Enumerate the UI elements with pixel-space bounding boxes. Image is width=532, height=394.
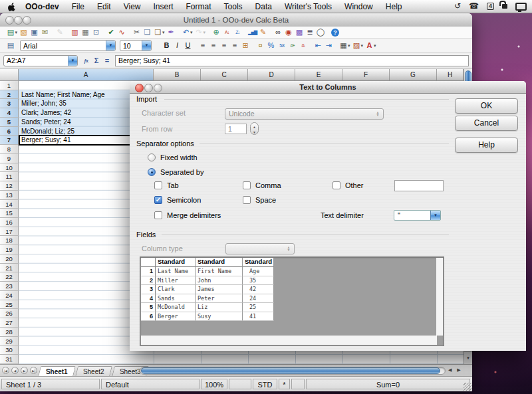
align-center-icon[interactable]: ≡ [209, 41, 218, 50]
cell-A5[interactable]: Sands; Peter; 24 [21, 118, 71, 127]
status-empty[interactable] [291, 379, 305, 389]
displays-icon[interactable] [515, 3, 527, 11]
row-header-3[interactable]: 3 [0, 99, 19, 108]
font-color-dropdown-icon[interactable]: ▾ [374, 43, 376, 49]
row-header-20[interactable]: 20 [0, 254, 19, 264]
status-sum[interactable]: Sum=0 [306, 379, 470, 389]
row-header-25[interactable]: 25 [0, 300, 19, 310]
copy-icon[interactable]: ❏ [143, 28, 152, 37]
cell-A6[interactable]: McDonald; Liz; 25 [21, 127, 74, 136]
font-size-dropdown-icon[interactable]: ▼ [142, 41, 151, 50]
apple-menu[interactable] [8, 2, 16, 11]
menu-data[interactable]: Data [255, 2, 272, 11]
minimize-window-button[interactable] [14, 16, 23, 25]
show-draw-functions-icon[interactable]: ✎ [259, 28, 267, 37]
status-selection-mode[interactable]: STD [253, 379, 277, 389]
font-color-icon[interactable]: A▾ [365, 41, 376, 50]
text-delimiter-dropdown-icon[interactable]: ▼ [430, 211, 440, 220]
cell-A4[interactable]: Clark; James; 42 [21, 108, 71, 118]
hyperlink-icon[interactable]: ⊕ [212, 28, 221, 37]
column-header-E[interactable]: E [295, 69, 342, 81]
row-header-7[interactable]: 7 [0, 136, 19, 145]
row-header-23[interactable]: 23 [0, 282, 19, 291]
column-header-H[interactable]: H [437, 69, 464, 81]
menu-edit[interactable]: Edit [97, 2, 111, 11]
cancel-button[interactable]: Cancel [455, 116, 518, 131]
row-header-2[interactable]: 2 [0, 90, 19, 100]
print-icon[interactable]: ▦ [81, 28, 90, 37]
name-box-dropdown-icon[interactable]: ▼ [68, 56, 77, 66]
menu-writer-s-tools[interactable]: Writer's Tools [285, 2, 332, 11]
row-header-29[interactable]: 29 [0, 337, 19, 346]
add-decimal-place-icon[interactable]: .0+ [288, 41, 297, 50]
document-as-email-icon[interactable]: ✉ [41, 28, 49, 37]
redo-icon[interactable]: ↷▾ [195, 28, 206, 37]
close-window-button[interactable] [5, 16, 14, 25]
row-header-16[interactable]: 16 [0, 218, 19, 227]
column-header-A[interactable]: A [19, 69, 154, 81]
font-name-dropdown-icon[interactable]: ▼ [106, 41, 115, 50]
help-icon[interactable]: ? [331, 29, 339, 37]
select-all-corner[interactable] [0, 69, 19, 81]
sum-icon[interactable]: Σ [92, 56, 101, 65]
status-insert-mode[interactable] [229, 379, 251, 389]
time-machine-icon[interactable]: ↺ [454, 0, 461, 13]
last-sheet-button[interactable]: ▶| [30, 367, 37, 374]
auto-spellcheck-icon[interactable]: ∿ [118, 28, 126, 37]
tab-checkbox[interactable]: ✓ [154, 181, 162, 189]
align-right-icon[interactable]: ≡ [220, 41, 229, 50]
styles-window-icon[interactable]: ▤ [7, 41, 15, 50]
row-header-10[interactable]: 10 [0, 163, 19, 173]
dialog-close-button[interactable] [135, 84, 144, 92]
number-format-currency-icon[interactable]: ¤ [256, 41, 265, 50]
row-header-27[interactable]: 27 [0, 318, 19, 328]
row-header-19[interactable]: 19 [0, 245, 19, 254]
next-sheet-button[interactable]: ▶ [21, 367, 28, 374]
row-header-31[interactable]: 31 [0, 355, 19, 364]
first-sheet-button[interactable]: |◀ [2, 367, 9, 374]
comma-checkbox[interactable]: ✓ [243, 181, 251, 189]
name-box[interactable]: A2:A7 ▼ [3, 55, 78, 66]
redo-dropdown-icon[interactable]: ▾ [203, 30, 206, 35]
menu-insert[interactable]: Insert [154, 2, 174, 11]
horizontal-scrollbar-thumb[interactable] [141, 367, 440, 374]
row-header-15[interactable]: 15 [0, 209, 19, 218]
new-document-icon[interactable]: ▤▾ [7, 28, 18, 37]
function-wizard-icon[interactable]: ƒx [82, 56, 90, 65]
column-header-B[interactable]: B [154, 69, 201, 81]
ok-button[interactable]: OK [455, 98, 518, 114]
row-header-4[interactable]: 4 [0, 108, 19, 118]
dialog-title-bar[interactable]: Text to Columns [130, 81, 526, 94]
row-header-26[interactable]: 26 [0, 309, 19, 318]
row-header-13[interactable]: 13 [0, 191, 19, 200]
data-sources-icon[interactable]: ≣ [306, 28, 315, 37]
align-left-icon[interactable]: ≡ [199, 41, 207, 50]
row-header-22[interactable]: 22 [0, 272, 19, 282]
window-title-bar[interactable]: Untitled 1 - OOo-dev Calc Beta [0, 13, 472, 27]
other-checkbox[interactable]: ✓ [332, 181, 340, 189]
merge-delimiters-checkbox[interactable]: ✓ [154, 211, 162, 219]
number-format-standard-icon[interactable]: 5.8 [277, 41, 286, 50]
status-modified-flag[interactable]: * [279, 379, 290, 389]
spellcheck-icon[interactable]: ✔ [107, 28, 116, 37]
preview-column-header-1[interactable]: Standard [156, 258, 196, 267]
other-separator-input[interactable] [394, 180, 444, 191]
previous-sheet-button[interactable]: ◀ [11, 367, 19, 374]
decrease-indent-icon[interactable]: ⇤ [314, 41, 323, 50]
menu-view[interactable]: View [124, 2, 141, 11]
row-header-17[interactable]: 17 [0, 227, 19, 237]
preview-column-header-2[interactable]: Standard [196, 258, 243, 267]
edit-file-icon[interactable]: ✎ [56, 28, 65, 37]
underline-icon[interactable]: U [184, 41, 192, 50]
menu-help[interactable]: Help [386, 2, 402, 11]
open-document-icon[interactable]: ▧ [19, 28, 28, 37]
export-pdf-icon[interactable]: ▥ [70, 28, 79, 37]
horizontal-scrollbar[interactable] [140, 367, 446, 375]
separated-by-radio[interactable] [148, 168, 156, 176]
horizontal-scroll-arrows[interactable]: ◀ ▶ [448, 367, 463, 373]
equals-icon[interactable]: = [103, 56, 112, 65]
column-header-C[interactable]: C [201, 69, 248, 81]
row-header-18[interactable]: 18 [0, 236, 19, 245]
increase-indent-icon[interactable]: ⇥ [325, 41, 333, 50]
row-header-6[interactable]: 6 [0, 127, 19, 136]
